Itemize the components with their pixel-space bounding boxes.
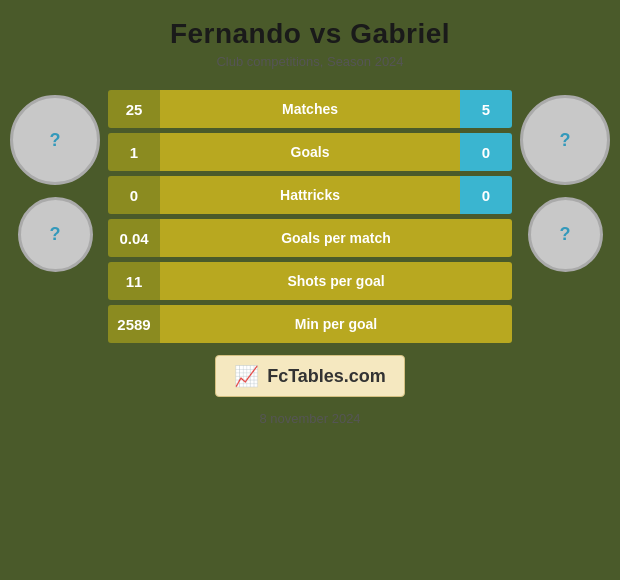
stat-label-goals-per-match: Goals per match bbox=[160, 219, 512, 257]
stat-label-hattricks: Hattricks bbox=[160, 176, 460, 214]
stat-label-min-per-goal: Min per goal bbox=[160, 305, 512, 343]
question-icon-4: ? bbox=[560, 224, 571, 245]
stat-left-shots-per-goal: 11 bbox=[108, 262, 160, 300]
left-avatars: ? ? bbox=[10, 90, 100, 272]
stat-left-goals-per-match: 0.04 bbox=[108, 219, 160, 257]
footer-date: 8 november 2024 bbox=[259, 411, 360, 426]
stat-row-min-per-goal: 2589Min per goal bbox=[108, 305, 512, 343]
stat-right-matches: 5 bbox=[460, 90, 512, 128]
page-title: Fernando vs Gabriel bbox=[0, 18, 620, 50]
avatar-fernando-bottom: ? bbox=[18, 197, 93, 272]
footer: 8 november 2024 bbox=[259, 411, 360, 426]
logo-text: FcTables.com bbox=[267, 366, 386, 387]
stat-row-hattricks: 0Hattricks0 bbox=[108, 176, 512, 214]
question-icon-1: ? bbox=[50, 130, 61, 151]
stat-right-hattricks: 0 bbox=[460, 176, 512, 214]
logo-icon: 📈 bbox=[234, 364, 259, 388]
stat-row-goals-per-match: 0.04Goals per match bbox=[108, 219, 512, 257]
stat-left-goals: 1 bbox=[108, 133, 160, 171]
right-avatars: ? ? bbox=[520, 90, 610, 272]
logo-box: 📈 FcTables.com bbox=[215, 355, 405, 397]
stats-container: 25Matches51Goals00Hattricks00.04Goals pe… bbox=[108, 90, 512, 343]
logo-area: 📈 FcTables.com bbox=[215, 355, 405, 397]
question-icon-2: ? bbox=[50, 224, 61, 245]
stat-left-min-per-goal: 2589 bbox=[108, 305, 160, 343]
stat-row-shots-per-goal: 11Shots per goal bbox=[108, 262, 512, 300]
stat-label-shots-per-goal: Shots per goal bbox=[160, 262, 512, 300]
stat-label-matches: Matches bbox=[160, 90, 460, 128]
subtitle: Club competitions, Season 2024 bbox=[0, 54, 620, 69]
header: Fernando vs Gabriel Club competitions, S… bbox=[0, 0, 620, 75]
stat-row-goals: 1Goals0 bbox=[108, 133, 512, 171]
question-icon-3: ? bbox=[560, 130, 571, 151]
stat-left-hattricks: 0 bbox=[108, 176, 160, 214]
avatar-gabriel-top: ? bbox=[520, 95, 610, 185]
avatar-gabriel-bottom: ? bbox=[528, 197, 603, 272]
stat-label-goals: Goals bbox=[160, 133, 460, 171]
stat-right-goals: 0 bbox=[460, 133, 512, 171]
avatar-fernando-top: ? bbox=[10, 95, 100, 185]
main-content: ? ? 25Matches51Goals00Hattricks00.04Goal… bbox=[0, 80, 620, 343]
stat-row-matches: 25Matches5 bbox=[108, 90, 512, 128]
stat-left-matches: 25 bbox=[108, 90, 160, 128]
